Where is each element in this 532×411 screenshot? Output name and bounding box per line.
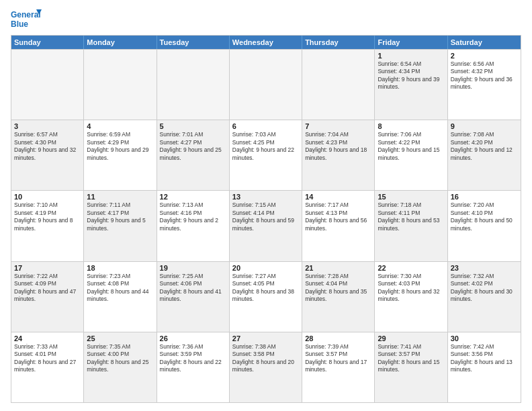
calendar-header: SundayMondayTuesdayWednesdayThursdayFrid… bbox=[11, 36, 521, 49]
page: General Blue SundayMondayTuesdayWednesda… bbox=[0, 0, 532, 411]
header-day-tuesday: Tuesday bbox=[157, 36, 230, 49]
cal-cell: 29Sunrise: 7:41 AM Sunset: 3:57 PM Dayli… bbox=[375, 332, 447, 402]
cal-cell: 7Sunrise: 7:04 AM Sunset: 4:23 PM Daylig… bbox=[302, 120, 375, 190]
cal-cell: 27Sunrise: 7:38 AM Sunset: 3:58 PM Dayli… bbox=[230, 332, 302, 402]
day-number: 16 bbox=[451, 193, 518, 201]
day-info: Sunrise: 7:01 AM Sunset: 4:27 PM Dayligh… bbox=[160, 131, 226, 162]
cal-cell: 24Sunrise: 7:33 AM Sunset: 4:01 PM Dayli… bbox=[11, 332, 84, 402]
cal-cell: 21Sunrise: 7:28 AM Sunset: 4:04 PM Dayli… bbox=[302, 262, 375, 332]
cal-cell: 4Sunrise: 6:59 AM Sunset: 4:29 PM Daylig… bbox=[84, 120, 157, 190]
day-number: 23 bbox=[451, 264, 518, 272]
day-number: 19 bbox=[160, 264, 226, 272]
calendar-body: 1Sunrise: 6:54 AM Sunset: 4:34 PM Daylig… bbox=[11, 49, 521, 402]
calendar-row-4: 24Sunrise: 7:33 AM Sunset: 4:01 PM Dayli… bbox=[11, 332, 521, 402]
day-number: 13 bbox=[232, 193, 299, 201]
day-info: Sunrise: 7:33 AM Sunset: 4:01 PM Dayligh… bbox=[14, 343, 81, 374]
day-number: 22 bbox=[378, 264, 444, 272]
day-number: 17 bbox=[14, 264, 81, 272]
cal-cell bbox=[230, 50, 302, 120]
cal-cell: 22Sunrise: 7:30 AM Sunset: 4:03 PM Dayli… bbox=[375, 262, 447, 332]
day-number: 1 bbox=[378, 52, 444, 60]
day-number: 14 bbox=[305, 193, 371, 201]
day-info: Sunrise: 7:10 AM Sunset: 4:19 PM Dayligh… bbox=[14, 201, 81, 232]
day-number: 20 bbox=[232, 264, 299, 272]
header-day-sunday: Sunday bbox=[11, 36, 84, 49]
cal-cell bbox=[302, 50, 375, 120]
day-info: Sunrise: 7:36 AM Sunset: 3:59 PM Dayligh… bbox=[160, 343, 226, 374]
day-number: 7 bbox=[305, 122, 371, 130]
day-info: Sunrise: 7:20 AM Sunset: 4:10 PM Dayligh… bbox=[451, 201, 518, 232]
day-info: Sunrise: 7:35 AM Sunset: 4:00 PM Dayligh… bbox=[87, 343, 153, 374]
cal-cell: 25Sunrise: 7:35 AM Sunset: 4:00 PM Dayli… bbox=[84, 332, 157, 402]
cal-cell: 26Sunrise: 7:36 AM Sunset: 3:59 PM Dayli… bbox=[157, 332, 230, 402]
day-info: Sunrise: 7:32 AM Sunset: 4:02 PM Dayligh… bbox=[451, 273, 518, 304]
day-info: Sunrise: 7:03 AM Sunset: 4:25 PM Dayligh… bbox=[232, 131, 299, 162]
day-info: Sunrise: 7:04 AM Sunset: 4:23 PM Dayligh… bbox=[305, 131, 371, 162]
header-day-thursday: Thursday bbox=[302, 36, 375, 49]
day-info: Sunrise: 7:06 AM Sunset: 4:22 PM Dayligh… bbox=[378, 131, 444, 162]
cal-cell: 20Sunrise: 7:27 AM Sunset: 4:05 PM Dayli… bbox=[230, 262, 302, 332]
day-number: 15 bbox=[378, 193, 444, 201]
day-number: 6 bbox=[232, 122, 299, 130]
header-day-saturday: Saturday bbox=[448, 36, 521, 49]
day-info: Sunrise: 7:27 AM Sunset: 4:05 PM Dayligh… bbox=[232, 273, 299, 304]
calendar-row-1: 3Sunrise: 6:57 AM Sunset: 4:30 PM Daylig… bbox=[11, 120, 521, 190]
calendar-row-2: 10Sunrise: 7:10 AM Sunset: 4:19 PM Dayli… bbox=[11, 190, 521, 261]
day-number: 8 bbox=[378, 122, 444, 130]
day-info: Sunrise: 6:56 AM Sunset: 4:32 PM Dayligh… bbox=[451, 60, 518, 91]
header-day-monday: Monday bbox=[84, 36, 157, 49]
day-number: 24 bbox=[14, 334, 81, 342]
cal-cell: 8Sunrise: 7:06 AM Sunset: 4:22 PM Daylig… bbox=[375, 120, 447, 190]
cal-cell: 18Sunrise: 7:23 AM Sunset: 4:08 PM Dayli… bbox=[84, 262, 157, 332]
cal-cell bbox=[11, 50, 84, 120]
day-number: 18 bbox=[87, 264, 153, 272]
day-info: Sunrise: 7:11 AM Sunset: 4:17 PM Dayligh… bbox=[87, 201, 153, 232]
calendar-row-0: 1Sunrise: 6:54 AM Sunset: 4:34 PM Daylig… bbox=[11, 49, 521, 120]
cal-cell: 1Sunrise: 6:54 AM Sunset: 4:34 PM Daylig… bbox=[375, 50, 447, 120]
day-number: 26 bbox=[160, 334, 226, 342]
day-info: Sunrise: 7:25 AM Sunset: 4:06 PM Dayligh… bbox=[160, 273, 226, 304]
header-day-wednesday: Wednesday bbox=[230, 36, 302, 49]
cal-cell: 23Sunrise: 7:32 AM Sunset: 4:02 PM Dayli… bbox=[448, 262, 521, 332]
day-info: Sunrise: 7:38 AM Sunset: 3:58 PM Dayligh… bbox=[232, 343, 299, 374]
cal-cell: 13Sunrise: 7:15 AM Sunset: 4:14 PM Dayli… bbox=[230, 191, 302, 261]
day-info: Sunrise: 7:28 AM Sunset: 4:04 PM Dayligh… bbox=[305, 273, 371, 304]
day-info: Sunrise: 7:39 AM Sunset: 3:57 PM Dayligh… bbox=[305, 343, 371, 374]
day-info: Sunrise: 7:41 AM Sunset: 3:57 PM Dayligh… bbox=[378, 343, 444, 374]
cal-cell: 28Sunrise: 7:39 AM Sunset: 3:57 PM Dayli… bbox=[302, 332, 375, 402]
day-info: Sunrise: 7:13 AM Sunset: 4:16 PM Dayligh… bbox=[160, 201, 226, 232]
cal-cell: 6Sunrise: 7:03 AM Sunset: 4:25 PM Daylig… bbox=[230, 120, 302, 190]
svg-text:General: General bbox=[11, 10, 41, 19]
cal-cell bbox=[157, 50, 230, 120]
header-day-friday: Friday bbox=[375, 36, 447, 49]
cal-cell bbox=[84, 50, 157, 120]
header: General Blue bbox=[11, 8, 521, 31]
day-info: Sunrise: 7:23 AM Sunset: 4:08 PM Dayligh… bbox=[87, 273, 153, 304]
day-info: Sunrise: 7:30 AM Sunset: 4:03 PM Dayligh… bbox=[378, 273, 444, 304]
day-number: 11 bbox=[87, 193, 153, 201]
day-number: 27 bbox=[232, 334, 299, 342]
cal-cell: 2Sunrise: 6:56 AM Sunset: 4:32 PM Daylig… bbox=[448, 50, 521, 120]
day-number: 9 bbox=[451, 122, 518, 130]
logo: General Blue bbox=[11, 8, 44, 31]
calendar: SundayMondayTuesdayWednesdayThursdayFrid… bbox=[11, 35, 521, 403]
cal-cell: 10Sunrise: 7:10 AM Sunset: 4:19 PM Dayli… bbox=[11, 191, 84, 261]
day-info: Sunrise: 6:59 AM Sunset: 4:29 PM Dayligh… bbox=[87, 131, 153, 162]
day-info: Sunrise: 7:17 AM Sunset: 4:13 PM Dayligh… bbox=[305, 201, 371, 232]
cal-cell: 11Sunrise: 7:11 AM Sunset: 4:17 PM Dayli… bbox=[84, 191, 157, 261]
day-number: 10 bbox=[14, 193, 81, 201]
cal-cell: 14Sunrise: 7:17 AM Sunset: 4:13 PM Dayli… bbox=[302, 191, 375, 261]
cal-cell: 12Sunrise: 7:13 AM Sunset: 4:16 PM Dayli… bbox=[157, 191, 230, 261]
day-info: Sunrise: 7:08 AM Sunset: 4:20 PM Dayligh… bbox=[451, 131, 518, 162]
day-info: Sunrise: 6:57 AM Sunset: 4:30 PM Dayligh… bbox=[14, 131, 81, 162]
day-number: 2 bbox=[451, 52, 518, 60]
day-info: Sunrise: 6:54 AM Sunset: 4:34 PM Dayligh… bbox=[378, 60, 444, 91]
day-number: 21 bbox=[305, 264, 371, 272]
cal-cell: 17Sunrise: 7:22 AM Sunset: 4:09 PM Dayli… bbox=[11, 262, 84, 332]
day-info: Sunrise: 7:18 AM Sunset: 4:11 PM Dayligh… bbox=[378, 201, 444, 232]
day-number: 4 bbox=[87, 122, 153, 130]
cal-cell: 15Sunrise: 7:18 AM Sunset: 4:11 PM Dayli… bbox=[375, 191, 447, 261]
svg-text:Blue: Blue bbox=[11, 19, 28, 29]
cal-cell: 5Sunrise: 7:01 AM Sunset: 4:27 PM Daylig… bbox=[157, 120, 230, 190]
day-number: 29 bbox=[378, 334, 444, 342]
